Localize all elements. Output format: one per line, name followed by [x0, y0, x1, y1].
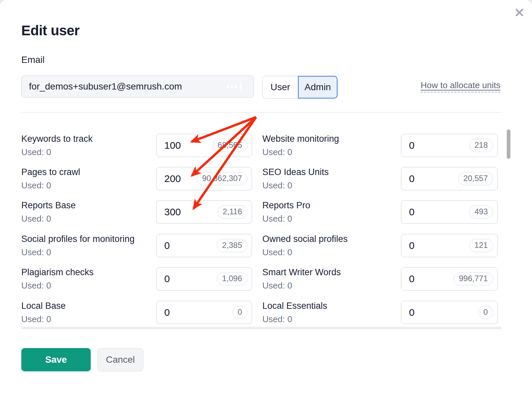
header-divider [21, 112, 501, 112]
row-local-base: Local BaseUsed: 0 0 [21, 301, 252, 324]
truncation-dots-icon [227, 82, 241, 91]
allocation-used: Used: 0 [21, 180, 80, 191]
allocation-used: Used: 0 [262, 314, 327, 324]
allocation-value-input[interactable] [409, 307, 478, 318]
allocation-name: Pages to crawl [21, 167, 80, 177]
allocation-input-box: 121 [401, 234, 498, 257]
allocation-name: Reports Pro [262, 200, 310, 211]
allocation-used: Used: 0 [21, 314, 66, 324]
role-admin-button[interactable]: Admin [298, 76, 337, 98]
allocation-value-input[interactable] [409, 273, 454, 285]
available-units-badge: 218 [469, 139, 493, 152]
row-local-essentials: Local EssentialsUsed: 0 0 [262, 301, 498, 324]
email-label: Email [21, 55, 45, 65]
row-plagiarism-checks: Plagiarism checksUsed: 0 1,096 [21, 267, 252, 291]
row-keywords-to-track: Keywords to trackUsed: 0 68,565 [21, 134, 252, 157]
row-owned-social-profiles: Owned social profilesUsed: 0 121 [262, 234, 498, 257]
close-icon: ✕ [514, 5, 525, 20]
allocation-name: Social profiles for monitoring [21, 234, 135, 244]
allocation-value-input[interactable] [164, 273, 217, 285]
allocation-input-box: 1,096 [156, 267, 252, 291]
allocation-value-input[interactable] [164, 206, 217, 218]
available-units-badge: 996,771 [454, 272, 493, 286]
allocation-name: SEO Ideas Units [262, 167, 329, 177]
allocation-value-input[interactable] [409, 240, 469, 251]
cancel-button[interactable]: Cancel [97, 348, 143, 371]
how-to-allocate-units-link[interactable]: How to allocate units [421, 80, 500, 93]
available-units-badge: 1,096 [217, 272, 247, 286]
allocation-input-box: 493 [401, 200, 498, 224]
allocation-value-input[interactable] [164, 173, 197, 184]
allocation-name: Website monitoring [262, 134, 339, 144]
allocation-used: Used: 0 [262, 147, 339, 157]
allocation-input-box: 218 [401, 134, 498, 157]
available-units-badge: 90,862,307 [197, 172, 247, 185]
allocation-value-input[interactable] [409, 140, 469, 151]
allocation-used: Used: 0 [21, 214, 76, 224]
available-units-badge: 121 [469, 239, 493, 252]
role-toggle: User Admin [262, 76, 337, 98]
allocation-value-input[interactable] [409, 173, 458, 184]
allocation-input-box: 996,771 [401, 267, 498, 291]
save-button[interactable]: Save [21, 348, 91, 371]
allocation-value-input[interactable] [409, 206, 469, 218]
allocation-name: Owned social profiles [262, 234, 348, 244]
allocation-used: Used: 0 [21, 281, 94, 291]
available-units-badge: 0 [232, 306, 247, 319]
text-cursor [240, 82, 241, 91]
allocation-input-box: 2,116 [156, 200, 252, 224]
email-value: for_demos+subuser1@semrush.com [29, 81, 240, 92]
row-website-monitoring: Website monitoringUsed: 0 218 [262, 134, 498, 157]
row-social-profiles-monitoring: Social profiles for monitoringUsed: 0 2,… [21, 234, 252, 257]
allocation-name: Local Base [21, 301, 66, 311]
available-units-badge: 0 [478, 306, 493, 319]
allocation-value-input[interactable] [164, 140, 212, 151]
edit-user-modal: ✕ Edit user Email for_demos+subuser1@sem… [0, 0, 532, 394]
allocation-name: Keywords to track [21, 134, 93, 144]
page-title: Edit user [21, 23, 79, 39]
vertical-scrollbar-thumb[interactable] [507, 129, 510, 159]
available-units-badge: 68,565 [212, 139, 247, 152]
row-smart-writer-words: Smart Writer WordsUsed: 0 996,771 [262, 267, 498, 291]
allocation-input-box: 20,557 [401, 167, 498, 190]
allocation-input-box: 68,565 [156, 134, 252, 157]
allocation-used: Used: 0 [21, 247, 135, 258]
allocation-input-box: 0 [401, 301, 498, 324]
allocation-name: Plagiarism checks [21, 267, 94, 278]
allocation-value-input[interactable] [164, 307, 232, 318]
allocation-input-box: 0 [156, 301, 252, 324]
available-units-badge: 493 [469, 205, 493, 219]
allocation-used: Used: 0 [262, 247, 348, 258]
horizontal-scrollbar-track [21, 327, 501, 329]
allocation-value-input[interactable] [164, 240, 217, 251]
annotation-arrow [194, 117, 256, 209]
allocation-input-box: 90,862,307 [156, 167, 252, 190]
row-reports-pro: Reports ProUsed: 0 493 [262, 200, 498, 224]
allocation-name: Smart Writer Words [262, 267, 341, 278]
allocation-name: Reports Base [21, 200, 76, 211]
allocation-used: Used: 0 [262, 281, 341, 291]
available-units-badge: 20,557 [458, 172, 493, 185]
row-reports-base: Reports BaseUsed: 0 2,116 [21, 200, 252, 224]
allocation-used: Used: 0 [262, 180, 329, 191]
row-seo-ideas-units: SEO Ideas UnitsUsed: 0 20,557 [262, 167, 498, 190]
role-user-button[interactable]: User [262, 76, 298, 98]
row-pages-to-crawl: Pages to crawlUsed: 0 90,862,307 [21, 167, 252, 190]
email-field[interactable]: for_demos+subuser1@semrush.com [21, 75, 254, 98]
available-units-badge: 2,116 [217, 205, 247, 219]
annotation-arrows [0, 0, 532, 394]
available-units-badge: 2,385 [217, 239, 247, 252]
allocation-used: Used: 0 [21, 147, 93, 157]
close-button[interactable]: ✕ [511, 5, 527, 21]
allocation-used: Used: 0 [262, 214, 310, 224]
allocation-name: Local Essentials [262, 301, 327, 311]
allocation-input-box: 2,385 [156, 234, 252, 257]
